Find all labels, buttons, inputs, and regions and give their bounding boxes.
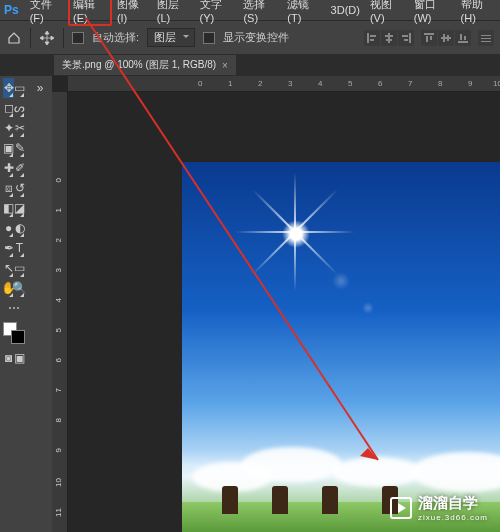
- document-tabbar: 美景.png @ 100% (图层 1, RGB/8) ×: [0, 54, 500, 76]
- svg-rect-8: [404, 39, 408, 41]
- ruler-v-tick: 7: [54, 388, 63, 392]
- align-hcenter-icon[interactable]: [381, 30, 397, 46]
- svg-rect-4: [385, 35, 393, 37]
- background-color[interactable]: [11, 330, 25, 344]
- ruler-v-tick: 4: [54, 298, 63, 302]
- svg-rect-3: [388, 33, 390, 43]
- quickselect-tool[interactable]: ✦: [3, 118, 14, 138]
- menu-view[interactable]: 视图(V): [365, 0, 409, 26]
- menu-3d[interactable]: 3D(D): [326, 2, 365, 18]
- menu-filter[interactable]: 滤镜(T): [282, 0, 325, 26]
- menu-window[interactable]: 窗口(W): [409, 0, 456, 26]
- path-tool[interactable]: ↖: [3, 258, 14, 278]
- svg-rect-19: [481, 38, 491, 39]
- marquee-tool[interactable]: ◻: [3, 98, 14, 118]
- quickmask-icon[interactable]: ◙: [3, 348, 14, 368]
- ruler-v-tick: 9: [54, 448, 63, 452]
- ruler-v-tick: 8: [54, 418, 63, 422]
- eraser-tool[interactable]: ◧: [3, 198, 14, 218]
- svg-rect-10: [426, 36, 428, 42]
- ruler-h-tick: 2: [258, 79, 262, 88]
- ruler-h-tick: 6: [378, 79, 382, 88]
- ruler-h-tick: 7: [408, 79, 412, 88]
- autoselect-label: 自动选择:: [92, 30, 139, 45]
- menu-select[interactable]: 选择(S): [238, 0, 282, 26]
- align-group: [364, 30, 494, 46]
- ruler-v-tick: 1: [54, 208, 63, 212]
- ruler-h-tick: 8: [438, 79, 442, 88]
- crop-tool[interactable]: ✂: [14, 118, 25, 138]
- menu-edit[interactable]: 编辑(E): [68, 0, 112, 26]
- dodge-tool[interactable]: ◐: [14, 218, 25, 238]
- menu-image[interactable]: 图像(I): [112, 0, 152, 26]
- ruler-h-tick: 9: [468, 79, 472, 88]
- eyedropper-tool[interactable]: ✎: [14, 138, 25, 158]
- show-transform-label: 显示变换控件: [223, 30, 289, 45]
- menubar: Ps 文件(F) 编辑(E) 图像(I) 图层(L) 文字(Y) 选择(S) 滤…: [0, 0, 500, 20]
- toolbar-right: »: [28, 76, 52, 532]
- align-bottom-icon[interactable]: [455, 30, 471, 46]
- workarea: ✥▭ ◻ᔕ ✦✂ ▣✎ ✚✐ ⧇↺ ◧◪ ●◐ ✒T ↖▭ ✋🔍 ⋯ ◙▣ » …: [0, 76, 500, 532]
- document-tab[interactable]: 美景.png @ 100% (图层 1, RGB/8) ×: [54, 55, 236, 75]
- ruler-v-tick: 10: [54, 478, 63, 487]
- shape-tool[interactable]: ▭: [14, 258, 25, 278]
- expand-panels-icon[interactable]: »: [29, 78, 51, 98]
- svg-rect-5: [386, 39, 392, 41]
- app-logo: Ps: [4, 3, 19, 17]
- svg-rect-0: [367, 33, 369, 43]
- show-transform-checkbox[interactable]: [203, 32, 215, 44]
- edit-toolbar-icon[interactable]: ⋯: [3, 298, 25, 318]
- ruler-horizontal: 0 1 2 3 4 5 6 7 8 9 10: [68, 76, 500, 92]
- zoom-tool[interactable]: 🔍: [14, 278, 25, 298]
- align-top-icon[interactable]: [421, 30, 437, 46]
- menu-type[interactable]: 文字(Y): [195, 0, 239, 26]
- ruler-v-tick: 2: [54, 238, 63, 242]
- screenmode-icon[interactable]: ▣: [14, 348, 25, 368]
- watermark: 溜溜自学 zixue.3d66.com: [390, 494, 488, 522]
- stamp-tool[interactable]: ⧇: [3, 178, 14, 198]
- svg-rect-9: [424, 33, 434, 35]
- ruler-h-tick: 3: [288, 79, 292, 88]
- svg-rect-7: [402, 35, 408, 37]
- frame-tool[interactable]: ▣: [3, 138, 14, 158]
- color-swatches[interactable]: [3, 322, 25, 344]
- pen-tool[interactable]: ✒: [3, 238, 14, 258]
- svg-rect-6: [409, 33, 411, 43]
- ruler-v-tick: 3: [54, 268, 63, 272]
- brush-tool[interactable]: ✐: [14, 158, 25, 178]
- document-tab-title: 美景.png @ 100% (图层 1, RGB/8): [62, 58, 216, 72]
- menu-file[interactable]: 文件(F): [25, 0, 68, 26]
- move-tool-icon[interactable]: [39, 30, 55, 46]
- ruler-h-tick: 1: [228, 79, 232, 88]
- document-canvas[interactable]: [182, 162, 500, 532]
- svg-rect-16: [460, 34, 462, 40]
- history-brush-tool[interactable]: ↺: [14, 178, 25, 198]
- align-right-icon[interactable]: [398, 30, 414, 46]
- menu-layer[interactable]: 图层(L): [152, 0, 195, 26]
- svg-rect-11: [430, 36, 432, 40]
- heal-tool[interactable]: ✚: [3, 158, 14, 178]
- artboard-tool[interactable]: ▭: [14, 78, 25, 98]
- move-tool[interactable]: ✥: [3, 78, 14, 98]
- autoselect-checkbox[interactable]: [72, 32, 84, 44]
- align-vcenter-icon[interactable]: [438, 30, 454, 46]
- type-tool[interactable]: T: [14, 238, 25, 258]
- ruler-h-tick: 4: [318, 79, 322, 88]
- gradient-tool[interactable]: ◪: [14, 198, 25, 218]
- watermark-text: 溜溜自学: [418, 494, 478, 511]
- align-left-icon[interactable]: [364, 30, 380, 46]
- close-tab-icon[interactable]: ×: [222, 60, 228, 71]
- menu-help[interactable]: 帮助(H): [456, 0, 500, 26]
- ruler-h-tick: 5: [348, 79, 352, 88]
- svg-rect-18: [481, 35, 491, 36]
- distribute-icon[interactable]: [478, 30, 494, 46]
- watermark-url: zixue.3d66.com: [418, 513, 488, 522]
- blur-tool[interactable]: ●: [3, 218, 14, 238]
- home-icon[interactable]: [6, 30, 22, 46]
- svg-rect-17: [464, 36, 466, 40]
- svg-rect-2: [370, 39, 374, 41]
- autoselect-dropdown[interactable]: 图层: [147, 28, 195, 47]
- lasso-tool[interactable]: ᔕ: [14, 98, 25, 118]
- svg-rect-14: [447, 35, 449, 41]
- ruler-h-tick: 10: [493, 79, 500, 88]
